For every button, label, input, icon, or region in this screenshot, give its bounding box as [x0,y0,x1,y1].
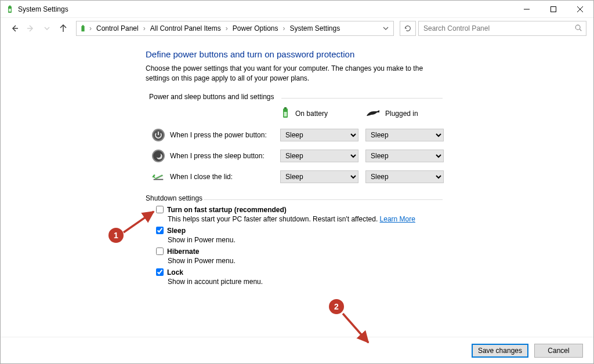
column-label: Plugged in [385,110,418,118]
sd-desc: Show in Power menu. [168,257,593,265]
sd-fast-startup: Turn on fast startup (recommended) This … [156,206,593,223]
svg-rect-2 [9,9,11,12]
learn-more-link[interactable]: Learn More [380,215,415,223]
sd-desc-text: This helps start your PC faster after sh… [168,215,378,223]
search-box[interactable] [418,21,586,36]
minimize-button[interactable] [513,1,540,18]
svg-rect-16 [284,112,287,117]
breadcrumb-item[interactable]: All Control Panel Items [147,21,224,35]
breadcrumb-item[interactable]: System Settings [286,21,343,35]
sd-title: Lock [167,268,183,276]
svg-rect-10 [81,26,84,32]
page-description: Choose the power settings that you want … [146,64,447,83]
fast-startup-checkbox[interactable] [156,206,164,213]
row-power-button: When I press the power button: [151,128,273,142]
refresh-button[interactable] [400,21,416,36]
maximize-button[interactable] [540,1,567,18]
divider [281,98,443,99]
annotation-marker-1: 1 [108,228,124,243]
sd-lock: Lock Show in account picture menu. [156,268,593,286]
window-title: System Settings [18,5,68,13]
nav-recent-button[interactable] [40,21,54,35]
section-label-text: Power and sleep buttons and lid settings [149,93,274,101]
sleep-checkbox[interactable] [156,227,164,234]
sd-desc: Show in Power menu. [168,236,593,244]
close-lid-battery-select[interactable]: Sleep [280,170,358,183]
row-label: When I close the lid: [170,173,233,181]
sd-title: Hibernate [167,247,199,256]
save-changes-button[interactable]: Save changes [472,344,528,358]
svg-rect-15 [284,107,287,109]
annotation-marker-2: 2 [329,299,344,314]
power-sleep-section-label: Power and sleep buttons and lid settings [149,93,593,101]
nav-forward-button[interactable] [24,21,38,35]
navbar: › Control Panel › All Control Panel Item… [1,18,593,39]
breadcrumb-item[interactable]: Power Options [229,21,282,35]
row-label: When I press the power button: [170,131,267,139]
svg-line-13 [579,29,581,31]
plug-icon [365,109,381,119]
column-plugged-in: Plugged in [365,109,444,119]
breadcrumb[interactable]: › Control Panel › All Control Panel Item… [76,21,394,36]
titlebar: System Settings [1,1,593,18]
sd-title: Turn on fast startup (recommended) [167,206,287,214]
svg-point-12 [575,25,580,30]
row-close-lid: When I close the lid: [151,170,273,184]
sleep-button-battery-select[interactable]: Sleep [280,150,358,162]
cancel-button[interactable]: Cancel [534,344,583,358]
chevron-right-icon: › [224,24,229,32]
row-label: When I press the sleep button: [170,152,265,160]
nav-back-button[interactable] [8,21,21,35]
sd-desc: Show in account picture menu. [168,278,593,286]
battery-app-icon [5,5,15,14]
page-heading: Define power buttons and turn on passwor… [146,49,593,59]
column-label: On battery [295,110,328,118]
svg-rect-11 [82,25,84,26]
shutdown-section-label: Shutdown settings [146,194,593,202]
nav-up-button[interactable] [56,21,70,35]
chevron-right-icon: › [88,24,93,32]
shutdown-settings-list: Turn on fast startup (recommended) This … [156,206,593,286]
column-on-battery: On battery [280,107,358,121]
close-lid-plugged-select[interactable]: Sleep [365,170,444,183]
chevron-right-icon: › [142,24,147,32]
battery-icon [280,107,291,121]
svg-rect-1 [9,5,11,6]
power-button-icon [151,128,165,142]
section-label-text: Shutdown settings [146,194,202,202]
sd-desc: This helps start your PC faster after sh… [168,215,593,223]
lock-checkbox[interactable] [156,268,164,276]
close-button[interactable] [567,1,593,18]
footer: Save changes Cancel [1,337,593,363]
sleep-button-plugged-select[interactable]: Sleep [365,150,444,162]
sd-hibernate: Hibernate Show in Power menu. [156,247,593,265]
content-pane: Define power buttons and turn on passwor… [1,41,593,339]
search-input[interactable] [422,24,574,33]
sleep-button-icon [151,149,165,163]
chevron-down-icon[interactable] [379,26,392,31]
sd-sleep: Sleep Show in Power menu. [156,227,593,244]
breadcrumb-item[interactable]: Control Panel [93,21,142,35]
row-sleep-button: When I press the sleep button: [151,149,273,163]
power-grid: On battery Plugged in When I press the p… [151,107,593,184]
divider [204,199,443,200]
laptop-lid-icon [151,170,165,184]
hibernate-checkbox[interactable] [156,247,164,255]
sd-title: Sleep [167,227,186,235]
svg-rect-4 [551,6,556,12]
search-icon [574,24,582,34]
battery-breadcrumb-icon [78,24,88,32]
chevron-right-icon: › [281,24,286,32]
power-button-battery-select[interactable]: Sleep [280,129,358,141]
power-button-plugged-select[interactable]: Sleep [365,129,444,141]
